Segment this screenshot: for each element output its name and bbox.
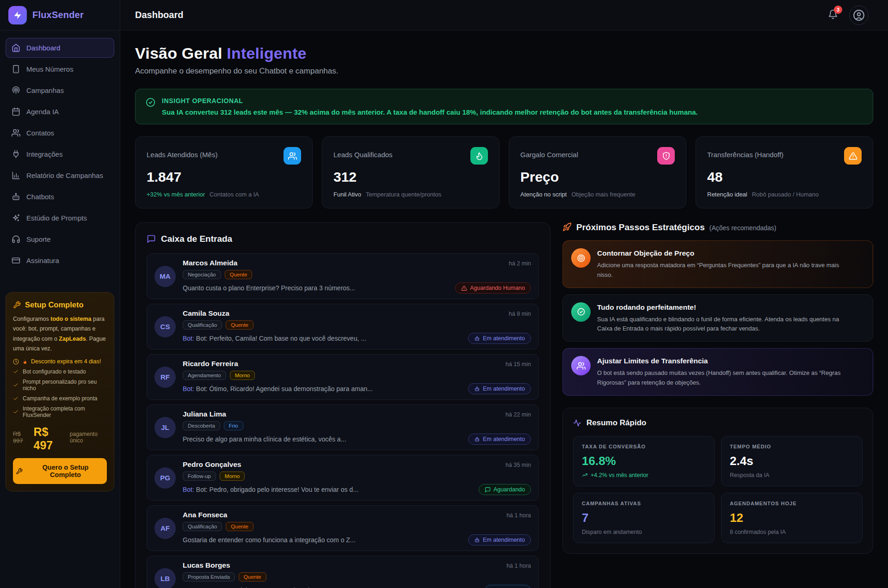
temperature-tag: Quente	[226, 522, 253, 531]
sidebar-item-label: Chatbots	[26, 193, 54, 201]
setup-body-text: Configuramos	[13, 316, 50, 322]
stage-tag: Qualificação	[183, 320, 222, 330]
sidebar-item-agenda-ia[interactable]: Agenda IA	[6, 102, 114, 122]
conversation-row[interactable]: AF Ana Fonsecahá 1 hora Qualificação Que…	[147, 505, 539, 551]
contact-name: Lucas Borges	[183, 561, 230, 570]
quick-summary-panel: Resumo Rápido TAXA DE CONVERSÃO 16.8% +4…	[562, 408, 873, 554]
setup-check-item: Bot configurado e testado	[13, 368, 107, 375]
contact-name: Pedro Gonçalves	[183, 460, 241, 469]
stat-value: 2.4s	[730, 454, 854, 468]
insight-content: INSIGHT OPERACIONAL Sua IA converteu 312…	[162, 97, 698, 116]
clock-icon	[13, 359, 19, 365]
kpi-note: Temperatura quente/prontos	[366, 191, 441, 198]
page-title: Dashboard	[135, 10, 183, 20]
bot-prefix: Bot:	[183, 335, 194, 342]
next-steps-title: Próximos Passos Estratégicos	[576, 222, 705, 233]
action-card-tudo-ok[interactable]: Tudo rodando perfeitamente! Sua IA está …	[562, 294, 873, 342]
conversation-row[interactable]: RF Ricardo Ferreirahá 15 min Agendamento…	[147, 354, 539, 400]
stage-tag: Agendamento	[183, 371, 226, 380]
sidebar-item-campanhas[interactable]: Campanhas	[6, 80, 114, 100]
kpi-label: Transferências (Handoff)	[707, 147, 783, 159]
conversation-row[interactable]: LB Lucas Borgeshá 1 hora Proposta Enviad…	[147, 556, 539, 588]
conversation-row[interactable]: MA Marcos Almeidahá 2 min Negociação Que…	[147, 253, 539, 299]
setup-title: Setup Completo	[13, 300, 107, 309]
users-icon	[571, 356, 591, 375]
kpi-label: Leads Qualificados	[333, 147, 393, 159]
notifications-button[interactable]: 3	[828, 9, 838, 21]
user-menu-button[interactable]	[849, 6, 869, 25]
sidebar-item-integracoes[interactable]: Integrações	[6, 144, 114, 164]
sidebar-item-assinatura[interactable]: Assinatura	[6, 251, 114, 270]
next-steps-header: Próximos Passos Estratégicos (Ações reco…	[562, 222, 873, 234]
hero-title: Visão Geral Inteligente	[135, 44, 873, 62]
kpi-label: Leads Atendidos (Mês)	[147, 147, 217, 159]
sidebar-item-chatbots[interactable]: Chatbots	[6, 187, 114, 207]
stage-tag: Descoberta	[183, 421, 220, 430]
check-icon	[13, 409, 18, 415]
avatar: AF	[154, 518, 176, 539]
right-column: Próximos Passos Estratégicos (Ações reco…	[562, 222, 873, 554]
stat-value: 7	[582, 511, 706, 525]
stat-tempo-medio: TEMPO MÉDIO 2.4s Resposta da IA	[721, 436, 863, 486]
kpi-card-gargalo-comercial: Gargalo Comercial Preço Atenção no scrip…	[509, 136, 686, 208]
sidebar-item-meus-numeros[interactable]: Meus Números	[6, 59, 114, 79]
sidebar-item-estudio-prompts[interactable]: Estúdio de Prompts	[6, 208, 114, 228]
insight-label: INSIGHT OPERACIONAL	[162, 97, 698, 104]
check-circle-icon	[571, 302, 591, 322]
avatar: RF	[154, 367, 176, 388]
kpi-value: 48	[707, 169, 862, 185]
temperature-tag: Morno	[220, 472, 245, 481]
kpi-note: Contatos com a IA	[210, 191, 259, 198]
conversation-row[interactable]: JL Juliana Limahá 22 min Descoberta Frio…	[147, 404, 539, 450]
check-icon	[13, 396, 18, 401]
conversation-row[interactable]: PG Pedro Gonçalveshá 35 min Follow-up Mo…	[147, 455, 539, 501]
kpi-value: 312	[333, 169, 488, 185]
setup-price-new: R$ 497	[34, 425, 66, 452]
sidebar-item-contatos[interactable]: Contatos	[6, 123, 114, 143]
setup-cta-button[interactable]: Quero o Setup Completo	[13, 458, 107, 484]
status-label: Aguardando	[493, 486, 525, 493]
check-circle-icon	[146, 98, 155, 116]
conversation-body: Ana Fonsecahá 1 hora Qualificação Quente…	[183, 511, 531, 545]
stage-tag: Proposta Enviada	[183, 572, 235, 582]
status-badge: Em atendimento	[468, 434, 531, 445]
sidebar-item-label: Agenda IA	[26, 108, 59, 116]
sidebar-item-label: Dashboard	[26, 44, 60, 52]
temperature-tag: Morno	[230, 371, 255, 380]
alert-triangle-icon	[461, 285, 467, 291]
stat-label: AGENDAMENTOS HOJE	[730, 501, 854, 506]
setup-check-item: Prompt personalizado pro seu nicho	[13, 379, 107, 392]
bot-icon	[474, 436, 480, 442]
action-card-objecao-preco[interactable]: Contornar Objeção de Preço Adicione uma …	[562, 240, 873, 288]
kpi-card-leads-atendidos: Leads Atendidos (Mês) 1.847 +32% vs mês …	[135, 136, 313, 208]
message-text: Bot: Pedro, obrigado pelo interesse! Vou…	[194, 486, 358, 493]
stat-note: Disparo em andamento	[582, 529, 706, 535]
temperature-tag: Quente	[239, 572, 266, 582]
broadcast-icon	[12, 86, 20, 95]
contact-name: Ricardo Ferreira	[183, 360, 238, 368]
next-steps-subtitle: (Ações recomendadas)	[709, 224, 777, 232]
action-card-limites-transferencia[interactable]: Ajustar Limites de Transferência O bot e…	[562, 348, 873, 396]
sidebar-item-label: Estúdio de Prompts	[26, 214, 87, 222]
stat-label: TAXA DE CONVERSÃO	[582, 444, 706, 449]
conversation-row[interactable]: CS Camila Souzahá 8 min Qualificação Que…	[147, 304, 539, 349]
kpi-card-transferencias: Transferências (Handoff) 48 Retenção ide…	[696, 136, 873, 208]
action-card-content: Contornar Objeção de Preço Adicione uma …	[597, 248, 852, 280]
sidebar-item-label: Integrações	[26, 150, 62, 158]
kpi-value: Preço	[520, 169, 675, 185]
kpi-card-leads-qualificados: Leads Qualificados 312 Funil Ativo Tempe…	[322, 136, 500, 208]
message-square-icon	[485, 487, 491, 493]
contact-name: Camila Souza	[183, 309, 229, 318]
sidebar-item-relatorio[interactable]: Relatório de Campanhas	[6, 165, 114, 185]
brand-logo	[8, 6, 27, 24]
last-message: Bot: Bot: Ótimo, Ricardo! Agendei sua de…	[183, 385, 373, 392]
sidebar-item-suporte[interactable]: Suporte	[6, 229, 114, 249]
stat-note-text: +4.2% vs mês anterior	[591, 472, 648, 478]
fire-icon	[22, 359, 28, 364]
conversation-body: Marcos Almeidahá 2 min Negociação Quente…	[183, 259, 531, 294]
inbox-panel: Caixa de Entrada MA Marcos Almeidahá 2 m…	[135, 222, 550, 588]
sidebar-item-dashboard[interactable]: Dashboard	[6, 38, 114, 58]
kpi-note: Objeção mais frequente	[571, 191, 635, 198]
rocket-icon	[562, 222, 572, 234]
setup-body-bold: ZapLeads	[59, 336, 86, 342]
